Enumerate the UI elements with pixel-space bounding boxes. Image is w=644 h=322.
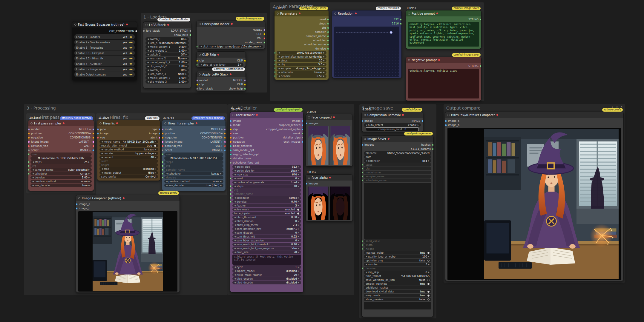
input-slot[interactable]: scheduler_func_opt <box>231 161 259 164</box>
input-port-icon[interactable] <box>230 128 232 130</box>
collapse-toggle-icon[interactable] <box>364 138 366 140</box>
output-slot[interactable]: CLIP <box>237 83 245 86</box>
converted-input-port-icon[interactable] <box>230 197 231 199</box>
widget-button[interactable]: ⚄ Randomize / ↻ 917330673665151 <box>164 156 223 160</box>
widget-percent[interactable]: ◀percent40▶ <box>99 155 158 159</box>
output-port-icon[interactable] <box>480 19 481 21</box>
increment-icon[interactable]: ▶ <box>185 73 187 75</box>
collapse-toggle-icon[interactable] <box>232 114 234 116</box>
decrement-icon[interactable]: ◀ <box>234 216 236 218</box>
node-header[interactable]: Compression Removal <box>362 112 423 118</box>
output-port-icon[interactable] <box>224 133 226 135</box>
toggle-arrows-icon[interactable]: ◀▶ <box>129 41 133 44</box>
converted-input-port-icon[interactable] <box>362 179 363 181</box>
output-slot[interactable]: cropped_refined <box>279 124 303 127</box>
widget-drop-size[interactable]: ◀drop_size28▶ <box>232 250 301 254</box>
input-slot[interactable]: model <box>163 128 173 131</box>
widget-vae-decode[interactable]: ◀vae_decodetrue▶ <box>30 184 92 187</box>
widget-switch-1[interactable]: ◀switch_1On▶ <box>145 37 189 41</box>
output-slot[interactable]: VAE+ <box>215 144 225 147</box>
widget-model-weight-1[interactable]: ◀model_weight_10.80▶ <box>145 45 189 49</box>
converted-input-port-icon[interactable] <box>28 161 30 163</box>
widget-show-preview[interactable]: show_previewfalse <box>364 298 431 301</box>
converted-input-port-icon[interactable] <box>230 189 231 191</box>
increment-icon[interactable]: ▶ <box>185 81 187 83</box>
toggle-state-icon[interactable] <box>427 295 430 297</box>
widget-sampler-name[interactable]: sampler_name <box>164 168 223 172</box>
widget-steps[interactable]: steps <box>164 160 223 164</box>
increment-icon[interactable]: ▶ <box>88 169 90 171</box>
output-slot[interactable]: scheduler_name <box>304 43 328 46</box>
output-port-icon[interactable] <box>224 141 226 143</box>
input-slot[interactable]: positive <box>29 132 42 135</box>
widget-control-after-generate[interactable]: ◀control after generaterandomize▶ <box>277 55 326 58</box>
collapse-toggle-icon[interactable] <box>74 24 76 26</box>
increment-icon[interactable]: ▶ <box>220 184 222 187</box>
increment-icon[interactable]: ▶ <box>323 75 325 77</box>
widget-crop[interactable]: ◀cropdisabled▶ <box>99 167 158 171</box>
widget-clip-skip[interactable]: ◀clip_skip-2▶ <box>364 270 431 274</box>
output-port-icon[interactable] <box>432 148 433 150</box>
decrement-icon[interactable]: ◀ <box>147 50 149 52</box>
node-header[interactable]: Fast Groups Bypasser (rgthree) <box>72 21 137 27</box>
widget-max-size[interactable]: ◀max_size640▶ <box>232 173 301 176</box>
widget-steps[interactable]: ◀steps10▶ <box>277 59 326 62</box>
converted-input-port-icon[interactable] <box>162 165 163 167</box>
widget-lora-n[interactable]: ◀lora_n…w3bt0rnic8.safetensors▶ <box>145 41 189 45</box>
increment-icon[interactable]: ▶ <box>298 173 299 176</box>
increment-icon[interactable]: ▶ <box>298 239 299 242</box>
increment-icon[interactable]: ▶ <box>185 77 187 79</box>
converted-input-port-icon[interactable] <box>275 64 276 66</box>
input-slot[interactable]: script <box>163 149 172 152</box>
converted-input-port-icon[interactable] <box>275 75 276 77</box>
node-positive-prompt[interactable]: comfyui-image-saver0.095sPositive prompt… <box>406 10 482 49</box>
increment-icon[interactable]: ▶ <box>260 45 261 48</box>
input-port-icon[interactable] <box>230 162 232 164</box>
converted-input-port-icon[interactable] <box>28 153 30 155</box>
decrement-icon[interactable]: ◀ <box>166 172 168 175</box>
node-clip-skip[interactable]: CLIP SkipclipCLIP◀stop_at_clip_layer-2▶ <box>196 51 246 67</box>
converted-input-port-icon[interactable] <box>197 46 198 48</box>
widget-seed[interactable]: ◀seed0▶ <box>232 177 301 180</box>
toggle-arrows-icon[interactable]: ◀▶ <box>129 73 133 76</box>
toggle-state-icon[interactable] <box>427 283 430 285</box>
output-slot[interactable]: cfg <box>322 26 328 29</box>
output-slot[interactable]: image <box>149 132 160 135</box>
widget-guide-size-for[interactable]: ◀guide_size_forbbox▶ <box>232 169 301 172</box>
output-port-icon[interactable] <box>244 84 246 86</box>
input-slot[interactable]: script <box>29 149 39 152</box>
widget-counter[interactable]: ◀counter0▶ <box>364 263 431 266</box>
increment-icon[interactable]: ▶ <box>155 141 156 143</box>
output-slot[interactable]: OPT_CONNECTION <box>109 30 136 33</box>
widget-enable-output-compare[interactable]: Enable Output compareyes◀▶ <box>74 72 135 77</box>
widget-compression-level[interactable]: compression_level0 <box>366 127 419 131</box>
widget-denoise[interactable]: denoise <box>364 266 431 270</box>
input-port-icon[interactable] <box>230 133 232 135</box>
decrement-icon[interactable]: ◀ <box>234 201 236 203</box>
input-slot[interactable]: images <box>306 122 318 125</box>
decrement-icon[interactable]: ◀ <box>366 263 367 266</box>
increment-icon[interactable]: ▶ <box>185 38 187 40</box>
output-port-icon[interactable] <box>92 128 94 130</box>
widget-enable-3-2-hires-fix[interactable]: Enable 3.2 - Hires. fixyes◀▶ <box>74 56 135 61</box>
increment-icon[interactable]: ▶ <box>323 71 325 73</box>
input-port-icon[interactable] <box>197 60 198 62</box>
widget-textarea[interactable] <box>364 302 431 309</box>
generated-image-witch[interactable] <box>484 129 619 279</box>
converted-input-port-icon[interactable] <box>28 173 30 175</box>
widget-denoise[interactable]: denoise <box>164 176 223 179</box>
collapse-toggle-icon[interactable] <box>199 23 201 25</box>
toggle-state-icon[interactable] <box>427 291 430 293</box>
decrement-icon[interactable]: ◀ <box>32 180 34 183</box>
increment-icon[interactable]: ▶ <box>185 65 187 67</box>
widget-extension[interactable]: ◀extensionjpeg▶ <box>364 159 431 163</box>
input-slot[interactable]: pipe <box>98 128 106 131</box>
input-port-icon[interactable] <box>76 203 78 205</box>
node-image-saver[interactable]: comfyui-image-saverImage Saverimageshash… <box>361 135 434 317</box>
widget-sampler-name[interactable]: sampler_name <box>232 192 301 196</box>
output-slot[interactable]: model_name <box>245 41 264 44</box>
converted-input-port-icon[interactable] <box>275 52 276 54</box>
input-slot[interactable]: image <box>362 119 373 122</box>
widget-quality-jpeg-or-webp[interactable]: ◀quality_jpeg_or_webp100▶ <box>364 255 431 258</box>
input-slot[interactable]: image <box>98 132 108 135</box>
